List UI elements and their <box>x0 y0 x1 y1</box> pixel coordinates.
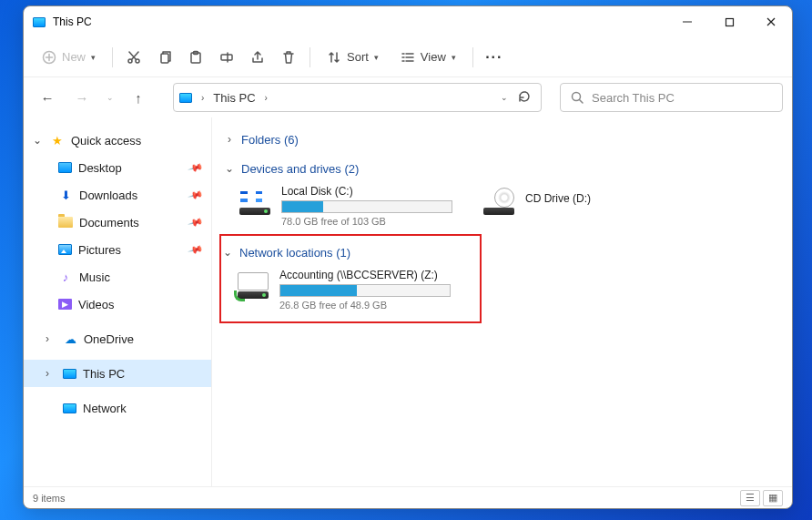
drive-local-c[interactable]: Local Disk (C:) 78.0 GB free of 103 GB <box>238 185 452 227</box>
section-folders[interactable]: › Folders (6) <box>223 127 781 152</box>
video-icon: ▶ <box>58 299 72 310</box>
chevron-down-icon: ⌄ <box>221 246 234 259</box>
history-chevron-icon[interactable]: ⌄ <box>102 93 118 102</box>
network-icon <box>63 403 76 413</box>
svg-rect-11 <box>161 54 168 63</box>
window-title: This PC <box>53 15 666 28</box>
sidebar-item-label: Network <box>83 402 211 415</box>
minimize-button[interactable] <box>666 6 708 37</box>
chevron-right-icon: › <box>46 332 56 345</box>
sidebar-item-label: This PC <box>83 367 211 381</box>
new-label: New <box>62 50 86 64</box>
large-icons-view-button[interactable]: ▦ <box>763 490 783 506</box>
section-count: 2 <box>349 162 355 176</box>
section-network-locations[interactable]: ⌄ Network locations (1) <box>221 240 474 265</box>
address-bar[interactable]: › This PC › ⌄ <box>173 83 542 112</box>
sidebar-item-pictures[interactable]: Pictures 📌 <box>24 236 211 263</box>
refresh-button[interactable] <box>513 89 535 107</box>
content-area: › Folders (6) ⌄ Devices and drives (2) L… <box>212 117 792 486</box>
this-pc-icon <box>63 369 76 379</box>
chevron-down-icon: ▾ <box>91 53 96 62</box>
sidebar-item-videos[interactable]: ▶ Videos <box>24 291 211 318</box>
more-button[interactable]: ··· <box>481 42 508 73</box>
copy-button[interactable] <box>151 42 178 73</box>
svg-line-23 <box>580 100 584 104</box>
chevron-down-icon[interactable]: ⌄ <box>501 93 508 102</box>
star-icon: ★ <box>50 133 65 148</box>
music-icon: ♪ <box>58 270 73 284</box>
chevron-down-icon: ⌄ <box>223 162 236 175</box>
paste-icon <box>188 50 203 65</box>
forward-button[interactable]: → <box>67 83 96 112</box>
details-view-button[interactable]: ☰ <box>740 490 760 506</box>
sort-icon <box>327 50 341 65</box>
drive-name: Accounting (\\BCCSERVER) (Z:) <box>279 269 451 281</box>
this-pc-icon <box>179 93 192 103</box>
chevron-down-icon: ▾ <box>374 53 379 62</box>
drive-free: 26.8 GB free of 48.9 GB <box>279 300 451 311</box>
new-button[interactable]: New ▾ <box>33 42 105 73</box>
chevron-right-icon: › <box>223 133 236 146</box>
chevron-down-icon: ⌄ <box>33 134 44 147</box>
maximize-button[interactable] <box>708 6 750 37</box>
chevron-right-icon: › <box>198 93 208 103</box>
up-button[interactable]: ↑ <box>124 83 153 112</box>
section-label: Devices and drives <box>241 162 341 176</box>
pictures-icon <box>58 244 72 255</box>
drive-cd-d[interactable]: CD Drive (D:) <box>482 185 696 227</box>
paste-button[interactable] <box>182 42 209 73</box>
section-label: Folders <box>241 133 280 147</box>
sidebar-item-label: OneDrive <box>84 332 211 346</box>
highlight-annotation: ⌄ Network locations (1) Accounting (\\BC… <box>219 234 482 323</box>
section-count: 6 <box>288 133 294 147</box>
capacity-bar <box>279 284 451 297</box>
documents-icon <box>58 217 73 228</box>
separator <box>310 47 310 67</box>
cut-button[interactable] <box>120 42 147 73</box>
body: ⌄ ★ Quick access Desktop 📌 ⬇ Downloads 📌… <box>24 117 792 486</box>
separator <box>112 47 113 67</box>
chevron-down-icon: ▾ <box>452 53 456 62</box>
file-explorer-window: This PC New ▾ Sort <box>23 5 793 509</box>
sidebar-item-desktop[interactable]: Desktop 📌 <box>24 154 211 181</box>
sidebar: ⌄ ★ Quick access Desktop 📌 ⬇ Downloads 📌… <box>24 117 212 486</box>
view-icon <box>401 50 415 65</box>
sort-label: Sort <box>347 50 369 64</box>
sidebar-quick-access[interactable]: ⌄ ★ Quick access <box>24 127 211 154</box>
svg-rect-1 <box>726 18 733 25</box>
desktop-icon <box>58 162 72 173</box>
sidebar-network[interactable]: › Network <box>24 394 211 422</box>
rename-button[interactable] <box>213 42 240 73</box>
section-devices[interactable]: ⌄ Devices and drives (2) <box>223 156 781 181</box>
section-label: Network locations <box>239 246 333 260</box>
view-label: View <box>421 50 446 64</box>
sort-button[interactable]: Sort ▾ <box>318 42 388 73</box>
refresh-icon <box>517 89 532 104</box>
chevron-right-icon: › <box>46 367 56 380</box>
share-icon <box>250 50 265 65</box>
titlebar: This PC <box>24 6 792 37</box>
back-button[interactable]: ← <box>33 83 62 112</box>
capacity-bar <box>281 200 452 213</box>
sidebar-item-label: Quick access <box>71 134 211 148</box>
rename-icon <box>219 50 234 65</box>
sidebar-item-documents[interactable]: Documents 📌 <box>24 209 211 236</box>
network-drive-icon <box>236 269 270 303</box>
status-bar: 9 items ☰ ▦ <box>24 486 792 508</box>
drive-free: 78.0 GB free of 103 GB <box>281 216 452 227</box>
sidebar-this-pc[interactable]: › This PC <box>24 360 211 387</box>
share-button[interactable] <box>244 42 271 73</box>
drive-network-z[interactable]: Accounting (\\BCCSERVER) (Z:) 26.8 GB fr… <box>236 269 451 311</box>
drive-name: CD Drive (D:) <box>525 192 696 205</box>
sidebar-item-music[interactable]: ♪ Music <box>24 263 211 291</box>
copy-icon <box>157 50 172 65</box>
this-pc-icon <box>33 17 46 27</box>
breadcrumb[interactable]: This PC <box>213 91 255 105</box>
search-box[interactable]: Search This PC <box>560 83 783 112</box>
view-button[interactable]: View ▾ <box>391 42 465 73</box>
delete-button[interactable] <box>275 42 302 73</box>
cloud-icon: ☁ <box>63 331 77 346</box>
close-button[interactable] <box>750 6 792 37</box>
sidebar-item-downloads[interactable]: ⬇ Downloads 📌 <box>24 181 211 209</box>
sidebar-onedrive[interactable]: › ☁ OneDrive <box>24 325 211 352</box>
